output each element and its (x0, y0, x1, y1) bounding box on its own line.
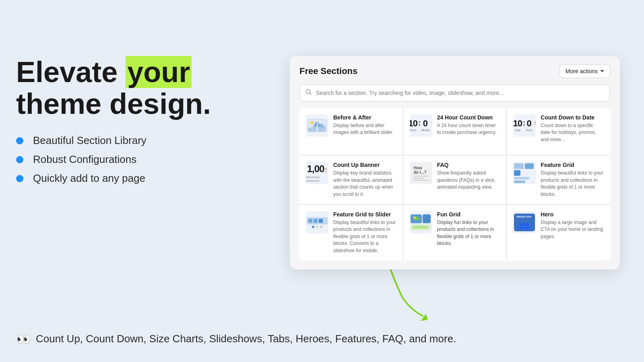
feature-grid-text: Feature Grid Display beautiful links to … (541, 162, 604, 198)
card-fun-grid[interactable]: Fun Grid Display fun links to your produ… (403, 205, 507, 261)
hero-section-title: Hero (541, 211, 604, 218)
countdown-date-desc: Count down to a specific date for holida… (541, 122, 604, 143)
title-suffix: theme design. (16, 88, 211, 120)
bullet-text-2: Robust Configurations (33, 153, 136, 166)
svg-line-2 (310, 93, 312, 95)
feature-grid-slider-title: Feature Grid to Slider (333, 211, 396, 218)
bullet-dot-1 (16, 137, 23, 144)
svg-marker-0 (421, 314, 428, 321)
more-actions-label: More actions (566, 68, 598, 74)
free-sections-panel: Free Sections More actions (290, 56, 620, 269)
bullet-1: Beautiful Section Library (16, 134, 233, 147)
hero-bullets: Beautiful Section Library Robust Configu… (16, 134, 233, 185)
eyes-emoji: 👀 (16, 332, 31, 346)
feature-grid-slider-desc: Display beautiful links to your products… (333, 219, 396, 254)
fun-grid-text: Fun Grid Display fun links to your produ… (437, 211, 500, 247)
card-hero[interactable]: Heroes Are → Hero Display a large image … (507, 205, 610, 261)
countup-banner-title: Count Up Banner (333, 162, 396, 168)
feature-grid-slider-icon (306, 211, 328, 234)
feature-grid-title: Feature Grid (541, 162, 604, 168)
search-bar[interactable] (299, 84, 610, 101)
bullet-2: Robust Configurations (16, 153, 233, 166)
countdown-24hr-icon: 10 Hours : 0 Minutes ↑ (410, 114, 432, 137)
feature-grid-icon (513, 162, 536, 184)
bullet-dot-2 (16, 156, 23, 163)
bullet-text-3: Quickly add to any page (33, 172, 145, 185)
countup-banner-icon: 1,00↑ Milestone Achieved (306, 162, 328, 184)
countdown-date-title: Count Down to Date (541, 114, 604, 121)
svg-rect-10 (423, 214, 431, 223)
before-after-desc: Display before and after images with a b… (333, 122, 396, 136)
before-after-title: Before & After (333, 114, 396, 121)
feature-grid-slider-text: Feature Grid to Slider Display beautiful… (333, 211, 396, 254)
hero-section-desc: Display a large image and CTA on your ho… (541, 219, 604, 240)
tagline-text: Count Up, Count Down, Size Charts, Slide… (36, 333, 456, 345)
before-after-text: Before & After Display before and after … (333, 114, 396, 136)
countup-banner-desc: Display key brand statistics with the be… (333, 170, 396, 198)
bullet-3: Quickly add to any page (16, 172, 233, 185)
hero-section: Elevate your theme design. Beautiful Sec… (16, 56, 233, 191)
hero-title: Elevate your theme design. (16, 56, 233, 120)
card-24hr-countdown[interactable]: 10 Hours : 0 Minutes ↑ 24 Hour Count Dow… (403, 108, 507, 155)
countdown-24hr-text: 24 Hour Count Down A 24 hour count down … (437, 114, 500, 136)
countdown-24hr-desc: A 24 hour count down timer to create pur… (437, 122, 500, 136)
card-countdown-date[interactable]: 10 Days : 0 Hours ↑ Count Down to Date C… (507, 108, 610, 155)
fun-grid-desc: Display fun links to your products and c… (437, 219, 500, 247)
card-feature-grid[interactable]: Feature Grid Display beautiful links to … (507, 155, 610, 204)
fun-grid-title: Fun Grid (437, 211, 500, 218)
fun-grid-icon (410, 211, 432, 234)
countdown-date-icon: 10 Days : 0 Hours ↑ (513, 114, 536, 137)
faq-title: FAQ (437, 162, 500, 168)
title-highlight: your (126, 56, 192, 88)
faq-icon: How do I...? (410, 162, 432, 184)
feature-grid-desc: Display beautiful links to your products… (541, 170, 604, 198)
more-actions-button[interactable]: More actions (559, 64, 610, 78)
card-before-after[interactable]: Before & After Display before and after … (299, 108, 403, 155)
svg-point-6 (310, 121, 314, 124)
before-after-icon (306, 114, 328, 137)
bullet-dot-3 (16, 175, 23, 182)
bullet-text-1: Beautiful Section Library (33, 134, 147, 147)
svg-rect-14 (412, 226, 428, 229)
countdown-24hr-title: 24 Hour Count Down (437, 114, 500, 121)
countup-banner-text: Count Up Banner Display key brand statis… (333, 162, 396, 198)
svg-point-12 (413, 216, 416, 219)
panel-header: Free Sections More actions (290, 56, 620, 84)
card-feature-grid-slider[interactable]: Feature Grid to Slider Display beautiful… (299, 205, 403, 261)
hero-section-icon: Heroes Are → (513, 211, 536, 234)
hero-section-text: Hero Display a large image and CTA on yo… (541, 211, 604, 240)
chevron-down-icon (600, 70, 604, 72)
search-input[interactable] (316, 90, 604, 96)
title-prefix: Elevate (16, 56, 126, 88)
search-icon (305, 89, 312, 97)
countdown-date-text: Count Down to Date Count down to a speci… (541, 114, 604, 143)
card-faq[interactable]: How do I...? FAQ Show frequently asked q… (403, 155, 507, 204)
panel-title: Free Sections (299, 66, 357, 76)
faq-text: FAQ Show frequently asked questions (FAQ… (437, 162, 500, 191)
sections-grid: Before & After Display before and after … (299, 108, 610, 261)
card-countup-banner[interactable]: 1,00↑ Milestone Achieved Count Up Banner… (299, 155, 403, 204)
faq-desc: Show frequently asked questions (FAQs) i… (437, 170, 500, 191)
bottom-tagline: 👀 Count Up, Count Down, Size Charts, Sli… (16, 332, 628, 346)
